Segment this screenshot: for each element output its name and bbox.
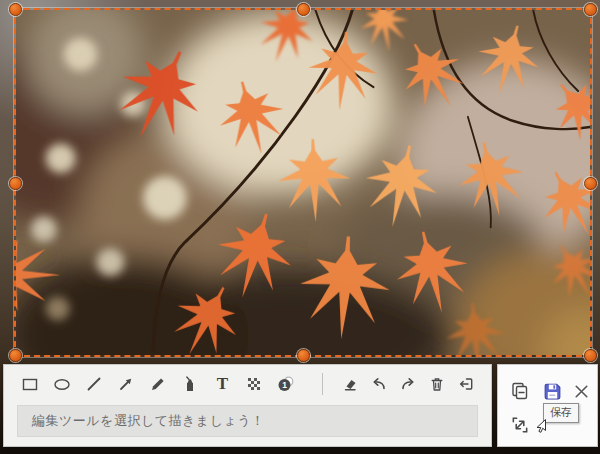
close-button[interactable] <box>568 378 594 404</box>
tool-step-number-button[interactable]: 1 <box>270 370 302 397</box>
editing-toolbar-panel: T 1 <box>3 364 492 447</box>
tool-mosaic-button[interactable] <box>238 370 270 397</box>
hint-text: 編集ツールを選択して描きましょう！ <box>32 412 265 430</box>
marker-icon <box>181 375 199 393</box>
mouse-cursor <box>532 418 548 435</box>
tool-pencil-button[interactable] <box>142 370 174 397</box>
undo-button[interactable] <box>365 370 394 397</box>
handle-bottom-left[interactable] <box>9 349 22 362</box>
eraser-icon <box>341 375 359 393</box>
redo-button[interactable] <box>394 370 423 397</box>
delete-button[interactable] <box>423 370 452 397</box>
svg-text:1: 1 <box>283 380 288 390</box>
copy-button[interactable] <box>507 378 533 404</box>
line-icon <box>85 375 103 393</box>
handle-bottom-middle[interactable] <box>297 349 310 362</box>
tool-ellipse-button[interactable] <box>46 370 78 397</box>
handle-top-middle[interactable] <box>297 3 310 16</box>
hint-bar: 編集ツールを選択して描きましょう！ <box>17 405 478 437</box>
trash-icon <box>428 375 446 393</box>
handle-bottom-right[interactable] <box>584 349 597 362</box>
exit-to-editor-button[interactable] <box>452 370 481 397</box>
save-icon <box>542 381 563 402</box>
tools-row: T 1 <box>4 365 491 402</box>
save-tooltip: 保存 <box>543 403 579 423</box>
rectangle-icon <box>21 375 39 393</box>
tool-rectangle-button[interactable] <box>14 370 46 397</box>
action-panel: 保存 <box>497 364 598 447</box>
ellipse-icon <box>53 375 71 393</box>
toolbar-divider <box>322 373 323 395</box>
tool-text-button[interactable]: T <box>206 370 238 397</box>
arrow-icon <box>117 375 135 393</box>
photo-maple-leaves <box>16 10 590 355</box>
exit-to-editor-icon <box>457 375 475 393</box>
handle-top-right[interactable] <box>584 3 597 16</box>
handle-middle-left[interactable] <box>9 177 22 190</box>
tool-line-button[interactable] <box>78 370 110 397</box>
tool-marker-button[interactable] <box>174 370 206 397</box>
redo-icon <box>399 375 417 393</box>
step-number-icon: 1 <box>277 375 295 393</box>
close-icon <box>572 382 591 401</box>
tool-arrow-button[interactable] <box>110 370 142 397</box>
capture-selection[interactable] <box>14 8 592 357</box>
copy-icon <box>509 380 531 402</box>
handle-top-left[interactable] <box>9 3 22 16</box>
eraser-button[interactable] <box>335 370 364 397</box>
expand-icon <box>510 415 530 435</box>
mosaic-icon <box>245 375 263 393</box>
expand-button[interactable] <box>507 412 533 438</box>
undo-icon <box>370 375 388 393</box>
handle-middle-right[interactable] <box>584 177 597 190</box>
pencil-icon <box>149 375 167 393</box>
save-button[interactable] <box>539 378 565 404</box>
text-icon: T <box>217 375 228 392</box>
